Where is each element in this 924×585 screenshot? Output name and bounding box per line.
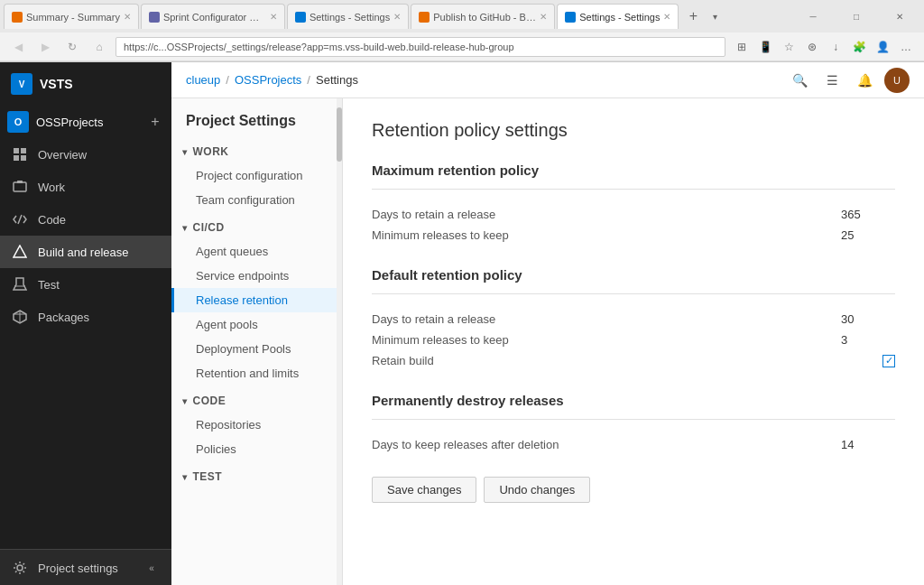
extension-icon[interactable]: 🧩 <box>848 36 870 58</box>
section-items-code: Repositories Policies <box>171 413 342 461</box>
star-icon[interactable]: ☆ <box>778 36 799 58</box>
tab-menu-button[interactable]: ▾ <box>706 4 724 29</box>
hub-icon[interactable]: ⊛ <box>801 36 823 58</box>
tab-summary[interactable]: Summary - Summary ✕ <box>4 4 139 29</box>
search-icon[interactable]: 🔍 <box>787 68 812 93</box>
new-tab-button[interactable]: + <box>680 4 706 29</box>
download-icon[interactable]: ↓ <box>825 36 846 58</box>
section-label-code: Code <box>193 395 226 407</box>
refresh-button[interactable]: ↻ <box>61 36 83 58</box>
sidebar-item-work[interactable]: Work <box>0 171 171 203</box>
nav-policies[interactable]: Policies <box>171 437 342 461</box>
tab-favicon <box>295 12 306 23</box>
list-icon[interactable]: ☰ <box>819 68 845 93</box>
nav-service-endpoints[interactable]: Service endpoints <box>171 264 342 288</box>
toolbar-icons: ⊞ 📱 ☆ ⊛ ↓ 🧩 👤 … <box>731 36 917 58</box>
tab-close-icon[interactable]: ✕ <box>663 12 670 22</box>
address-bar: ◀ ▶ ↻ ⌂ https://c...OSSProjects/_setting… <box>0 32 924 61</box>
sidebar-item-label: Overview <box>38 148 87 162</box>
max-days-value: 365 <box>841 208 895 221</box>
svg-rect-2 <box>14 155 19 161</box>
collapse-icon[interactable]: « <box>143 559 161 577</box>
nav-release-retention[interactable]: Release retention <box>171 288 342 312</box>
phone-icon[interactable]: 📱 <box>754 36 776 58</box>
section-header-work[interactable]: ▾ Work <box>171 140 342 163</box>
tab-label: Summary - Summary <box>26 12 120 23</box>
settings-content: Retention policy settings Maximum retent… <box>343 98 924 585</box>
home-button[interactable]: ⌂ <box>88 36 110 58</box>
url-input[interactable]: https://c...OSSProjects/_settings/releas… <box>116 37 725 57</box>
url-text: https://c...OSSProjects/_settings/releas… <box>124 42 514 52</box>
minimize-button[interactable]: ─ <box>792 0 834 32</box>
project-settings-title: Project Settings <box>171 98 342 140</box>
breadcrumb-ossprojects[interactable]: OSSProjects <box>235 73 301 87</box>
tab-close-icon[interactable]: ✕ <box>270 12 277 22</box>
destroy-days-value: 14 <box>841 438 895 451</box>
scrollbar-thumb[interactable] <box>337 107 342 162</box>
default-releases-value: 3 <box>841 333 895 347</box>
project-settings-item[interactable]: Project settings « <box>0 550 171 585</box>
vsts-logo-text: V <box>19 79 25 89</box>
nav-team-configuration[interactable]: Team configuration <box>171 188 342 212</box>
nav-deployment-pools[interactable]: Deployment Pools <box>171 337 342 361</box>
retain-build-checkbox[interactable]: ✓ <box>882 355 895 367</box>
back-button[interactable]: ◀ <box>7 36 29 58</box>
section-label-cicd: CI/CD <box>193 221 225 234</box>
add-org-icon[interactable]: + <box>146 113 164 131</box>
tab-label: Publish to GitHub - Build ar <box>433 12 536 23</box>
browser-chrome: Summary - Summary ✕ Sprint Configurator … <box>0 0 924 62</box>
sidebar-item-label: Code <box>38 213 66 227</box>
forward-button[interactable]: ▶ <box>34 36 56 58</box>
sidebar-item-build-release[interactable]: Build and release <box>0 236 171 268</box>
breadcrumb-sep-2: / <box>307 73 310 87</box>
maximize-button[interactable]: □ <box>836 0 877 32</box>
tab-label: Settings - Settings <box>310 12 390 23</box>
undo-changes-button[interactable]: Undo changes <box>484 477 590 503</box>
org-item[interactable]: O OSSProjects + <box>0 106 171 138</box>
nav-project-configuration[interactable]: Project configuration <box>171 163 342 188</box>
default-days-row: Days to retain a release 30 <box>372 309 895 330</box>
tab-settings-active[interactable]: Settings - Settings ✕ <box>557 4 679 29</box>
section-arrow-cicd: ▾ <box>182 223 188 233</box>
vsts-logo: V <box>11 73 32 95</box>
default-releases-row: Minimum releases to keep 3 <box>372 330 895 350</box>
action-buttons: Save changes Undo changes <box>372 477 895 503</box>
work-icon <box>11 178 29 196</box>
nav-retention-limits[interactable]: Retention and limits <box>171 361 342 385</box>
nav-agent-pools[interactable]: Agent pools <box>171 312 342 337</box>
code-icon <box>11 210 29 228</box>
section-header-code[interactable]: ▾ Code <box>171 389 342 413</box>
tab-close-icon[interactable]: ✕ <box>124 12 131 22</box>
user-avatar[interactable]: U <box>884 68 910 93</box>
menu-icon[interactable]: … <box>895 36 917 58</box>
tab-label: Settings - Settings <box>579 12 660 23</box>
tab-settings-1[interactable]: Settings - Settings ✕ <box>287 4 409 29</box>
nav-agent-queues[interactable]: Agent queues <box>171 239 342 264</box>
tab-close-icon[interactable]: ✕ <box>540 12 547 22</box>
sidebar-footer: Project settings « <box>0 549 171 585</box>
sidebar-item-test[interactable]: Test <box>0 268 171 301</box>
divider-destroy <box>372 419 895 420</box>
close-button[interactable]: ✕ <box>879 0 920 32</box>
tab-publish[interactable]: Publish to GitHub - Build ar ✕ <box>411 4 555 29</box>
save-changes-button[interactable]: Save changes <box>372 477 476 503</box>
section-header-cicd[interactable]: ▾ CI/CD <box>171 216 342 239</box>
max-days-label: Days to retain a release <box>372 208 841 221</box>
tab-label: Sprint Configurator master <box>163 12 266 23</box>
section-header-test[interactable]: ▾ Test <box>171 465 342 488</box>
user-icon[interactable]: 👤 <box>872 36 893 58</box>
nav-repositories[interactable]: Repositories <box>171 413 342 437</box>
breadcrumb-clueup[interactable]: clueup <box>186 73 220 87</box>
sidebar-item-packages[interactable]: Packages <box>0 301 171 333</box>
tab-sprint[interactable]: Sprint Configurator master ✕ <box>141 4 285 29</box>
sidebar-item-code[interactable]: Code <box>0 203 171 236</box>
divider-max <box>372 189 895 190</box>
overview-icon <box>11 145 29 163</box>
sidebar-item-label: Packages <box>38 311 89 324</box>
retain-build-label: Retain build <box>372 354 882 367</box>
bell-icon[interactable]: 🔔 <box>852 68 877 93</box>
tab-close-icon[interactable]: ✕ <box>393 12 401 22</box>
max-releases-label: Minimum releases to keep <box>372 228 841 242</box>
cast-icon[interactable]: ⊞ <box>731 36 753 58</box>
sidebar-item-overview[interactable]: Overview <box>0 138 171 171</box>
